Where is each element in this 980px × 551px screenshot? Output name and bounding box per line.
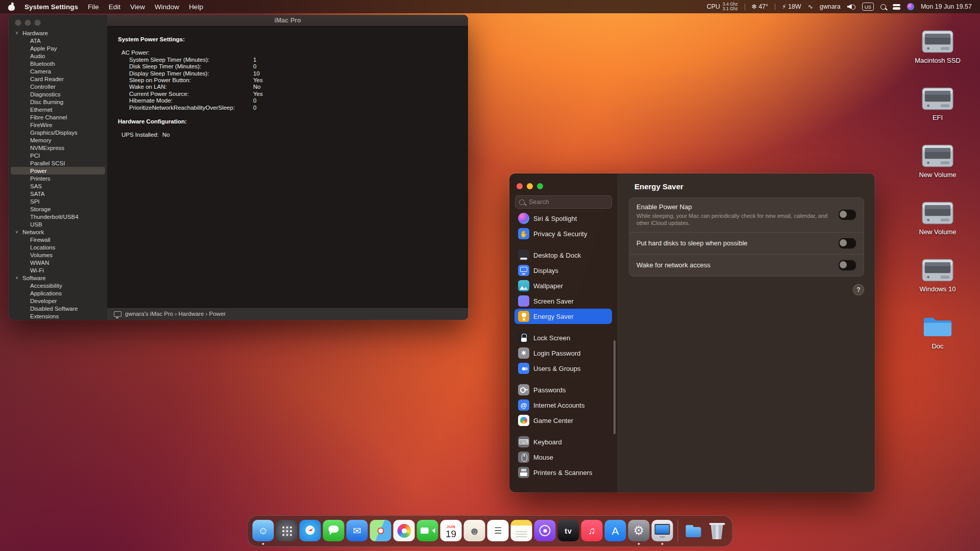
- sysinfo-sidebar-item[interactable]: Diagnostics: [11, 90, 105, 98]
- sysinfo-sidebar-item[interactable]: Controller: [11, 83, 105, 90]
- dock-trash[interactable]: [706, 520, 728, 541]
- menu-item[interactable]: File: [88, 3, 99, 11]
- settings-sidebar-item[interactable]: Displays: [514, 263, 612, 278]
- sysinfo-sidebar-item[interactable]: Ethernet: [11, 106, 105, 113]
- sysinfo-sidebar-item[interactable]: ∨ Hardware: [11, 29, 105, 37]
- settings-sidebar-item[interactable]: ✋ Privacy & Security: [514, 226, 612, 241]
- sysinfo-sidebar-item[interactable]: Locations: [11, 243, 105, 251]
- dock-messages[interactable]: [323, 520, 345, 541]
- sysinfo-sidebar-item[interactable]: Firewall: [11, 236, 105, 243]
- settings-sidebar-item[interactable]: Printers & Scanners: [514, 465, 612, 480]
- search-input[interactable]: [528, 198, 608, 206]
- menu-bar-clock[interactable]: Mon 19 Jun 19.57: [921, 3, 972, 10]
- sidebar-scrollbar[interactable]: [614, 340, 616, 434]
- temperature-status[interactable]: ✻ 47°: [752, 3, 768, 10]
- dock-finder[interactable]: ☺: [253, 520, 274, 541]
- settings-sidebar-item[interactable]: @ Internet Accounts: [514, 397, 612, 413]
- logged-in-user[interactable]: gwnara: [820, 3, 841, 10]
- toggle-switch[interactable]: [838, 209, 856, 220]
- dock-appstore[interactable]: A: [605, 520, 626, 541]
- sysinfo-sidebar-item[interactable]: NVMExpress: [11, 144, 105, 152]
- dock-safari[interactable]: [300, 520, 321, 541]
- menu-item[interactable]: Edit: [109, 3, 120, 11]
- close-button[interactable]: [517, 183, 523, 189]
- dock-contacts[interactable]: ☻: [464, 520, 485, 541]
- sysinfo-sidebar-item[interactable]: Thunderbolt/USB4: [11, 213, 105, 220]
- sysinfo-sidebar-item[interactable]: Extensions: [11, 312, 105, 320]
- dock-downloads-folder[interactable]: [683, 520, 704, 541]
- desktop-icon[interactable]: EFI: [904, 82, 971, 121]
- sysinfo-sidebar-item[interactable]: SAS: [11, 182, 105, 190]
- sysinfo-sidebar-item[interactable]: Camera: [11, 67, 105, 75]
- menu-item[interactable]: View: [130, 3, 145, 11]
- desktop-icon[interactable]: New Volume: [904, 196, 971, 236]
- sysinfo-sidebar-item[interactable]: FireWire: [11, 121, 105, 129]
- dock-system-settings[interactable]: ⚙: [628, 520, 650, 541]
- dock-launchpad[interactable]: [276, 520, 298, 541]
- settings-sidebar-item[interactable]: Lock Screen: [514, 330, 612, 345]
- settings-sidebar-item[interactable]: Siri & Spotlight: [514, 211, 612, 226]
- sysinfo-sidebar-item[interactable]: Wi-Fi: [11, 266, 105, 274]
- toggle-switch[interactable]: [838, 260, 856, 271]
- sysinfo-sidebar-item[interactable]: Parallel SCSI: [11, 159, 105, 167]
- desktop-icon[interactable]: Windows 10: [904, 253, 971, 293]
- sysinfo-sidebar-item[interactable]: Bluetooth: [11, 60, 105, 67]
- dock-podcasts[interactable]: [534, 520, 556, 541]
- sysinfo-sidebar-item[interactable]: Graphics/Displays: [11, 129, 105, 136]
- siri-icon[interactable]: [907, 3, 914, 10]
- sysinfo-sidebar-item[interactable]: Applications: [11, 289, 105, 297]
- menu-item[interactable]: Help: [189, 3, 203, 11]
- settings-search-field[interactable]: [515, 195, 612, 209]
- dock-reminders[interactable]: ☰: [487, 520, 509, 541]
- sysinfo-sidebar-item[interactable]: ATA: [11, 37, 105, 44]
- dock-tv[interactable]: tv: [558, 520, 579, 541]
- sysinfo-sidebar-item[interactable]: Disabled Software: [11, 305, 105, 312]
- dock-notes[interactable]: [511, 520, 532, 541]
- sysinfo-sidebar-item[interactable]: ∨ Network: [11, 228, 105, 236]
- sysinfo-sidebar-item[interactable]: Card Reader: [11, 75, 105, 83]
- sysinfo-sidebar-item[interactable]: Audio: [11, 52, 105, 60]
- dock-maps[interactable]: [370, 520, 391, 541]
- settings-sidebar-item[interactable]: Mouse: [514, 449, 612, 465]
- dock-calendar[interactable]: JUN 19: [440, 520, 462, 541]
- settings-sidebar-item[interactable]: Screen Saver: [514, 293, 612, 309]
- volume-icon[interactable]: [847, 4, 855, 10]
- settings-sidebar-item[interactable]: ☻ Users & Groups: [514, 361, 612, 376]
- menu-item[interactable]: Window: [155, 3, 179, 11]
- cpu-status[interactable]: CPU 3.4 Ghz 3.1 Ghz: [706, 2, 738, 12]
- sysinfo-sidebar-item[interactable]: ∨ Software: [11, 274, 105, 282]
- settings-sidebar-item[interactable]: Passwords: [514, 382, 612, 397]
- settings-sidebar-item[interactable]: Wallpaper: [514, 278, 612, 293]
- sysinfo-sidebar-item[interactable]: Fibre Channel: [11, 113, 105, 121]
- sysinfo-sidebar-item[interactable]: Volumes: [11, 251, 105, 259]
- dock-mail[interactable]: ✉: [347, 520, 368, 541]
- settings-sidebar-item[interactable]: ⌨ Keyboard: [514, 434, 612, 449]
- control-center-icon[interactable]: [893, 4, 900, 10]
- zoom-button[interactable]: [34, 19, 41, 26]
- active-app-name[interactable]: System Settings: [24, 3, 78, 11]
- dock-system-information[interactable]: [652, 520, 673, 541]
- sysinfo-sidebar-item[interactable]: Storage: [11, 205, 105, 213]
- keyboard-layout-indicator[interactable]: US: [862, 3, 874, 11]
- sysinfo-sidebar-item[interactable]: Accessibility: [11, 282, 105, 289]
- settings-sidebar-item[interactable]: Game Center: [514, 413, 612, 428]
- settings-sidebar-item[interactable]: Desktop & Dock: [514, 247, 612, 263]
- settings-sidebar-item[interactable]: ✱ Login Password: [514, 345, 612, 361]
- sysinfo-sidebar-item[interactable]: Power: [11, 167, 105, 174]
- sysinfo-sidebar-item[interactable]: PCI: [11, 152, 105, 159]
- power-status[interactable]: ⚡ 18W: [782, 3, 801, 10]
- desktop-icon[interactable]: Doc: [904, 310, 971, 350]
- dock-music[interactable]: ♫: [581, 520, 603, 541]
- minimize-button[interactable]: [24, 19, 31, 26]
- settings-sidebar-item[interactable]: Energy Saver: [514, 309, 612, 324]
- sysinfo-sidebar-item[interactable]: SPI: [11, 197, 105, 205]
- sysinfo-sidebar-item[interactable]: Apple Pay: [11, 44, 105, 52]
- sysinfo-sidebar-item[interactable]: SATA: [11, 190, 105, 197]
- apple-menu-icon[interactable]: [8, 3, 15, 11]
- sysinfo-sidebar-item[interactable]: WWAN: [11, 259, 105, 266]
- sysinfo-sidebar-item[interactable]: Developer: [11, 297, 105, 305]
- sysinfo-sidebar-item[interactable]: Memory: [11, 136, 105, 144]
- desktop-icon[interactable]: Macintosh SSD: [904, 24, 971, 64]
- dock-photos[interactable]: [394, 520, 415, 541]
- sysinfo-sidebar-item[interactable]: Disc Burning: [11, 98, 105, 106]
